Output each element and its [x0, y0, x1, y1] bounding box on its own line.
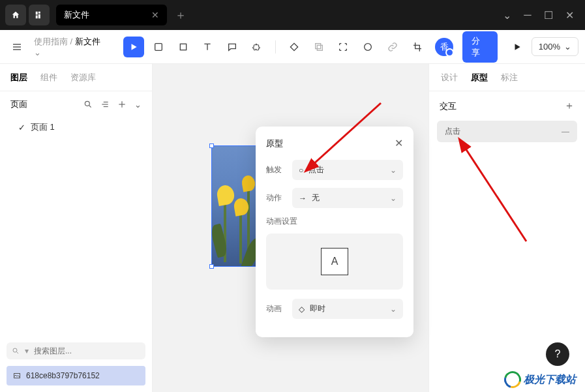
prototype-popup: 原型 ✕ 触发 ○ 点击 ⌄ 动作 → 无 ⌄ 动画设置 [256, 127, 413, 337]
page-item[interactable]: ✓ 页面 1 [0, 117, 152, 137]
pages-label: 页面 [10, 98, 27, 110]
chevron-down-icon: ⌄ [390, 166, 397, 175]
window-close-icon[interactable]: ✕ [559, 5, 580, 25]
svg-rect-10 [315, 43, 320, 48]
close-icon[interactable]: ✕ [151, 10, 159, 20]
selected-image[interactable] [211, 145, 258, 267]
circle-icon: ○ [299, 166, 303, 175]
annotation-arrow [455, 137, 533, 248]
check-icon: ✓ [18, 123, 25, 132]
text-icon[interactable] [198, 37, 218, 57]
action-select[interactable]: → 无 ⌄ [292, 188, 403, 208]
document-tab[interactable]: 新文件 ✕ [56, 5, 167, 25]
svg-rect-8 [180, 44, 186, 50]
anim-label: 动画 [266, 303, 286, 314]
left-tabs: 图层 组件 资源库 [0, 64, 152, 91]
diamond-icon: ◇ [299, 305, 305, 314]
square-icon[interactable] [173, 37, 194, 57]
chevron-down-icon: ⌄ [390, 194, 397, 203]
logo-icon [501, 368, 524, 391]
minimize-icon[interactable]: ─ [517, 5, 538, 25]
diamond-icon[interactable] [284, 37, 305, 57]
anim-preview-a: A [321, 248, 348, 275]
watermark: 极光下载站 [504, 371, 576, 388]
chat-icon[interactable] [222, 37, 243, 57]
chevron-down-icon: ⌄ [390, 305, 397, 314]
left-panel: 图层 组件 资源库 页面 ⌄ ✓ 页面 1 ▾ 618ce8b3797b7615… [0, 64, 153, 392]
interaction-item[interactable]: 点击 — [437, 121, 577, 142]
search-icon[interactable] [83, 100, 93, 110]
canvas[interactable]: 原型 ✕ 触发 ○ 点击 ⌄ 动作 → 无 ⌄ 动画设置 [153, 64, 428, 392]
preview-icon[interactable] [507, 37, 528, 57]
svg-point-12 [365, 43, 372, 50]
tab-design[interactable]: 设计 [441, 72, 458, 83]
close-icon[interactable]: ✕ [395, 137, 403, 149]
svg-line-24 [464, 147, 526, 241]
share-button[interactable]: 分享 [462, 31, 498, 63]
tab-components[interactable]: 组件 [40, 72, 57, 83]
play-icon[interactable] [123, 37, 144, 57]
interact-label: 交互 [440, 100, 457, 112]
svg-rect-0 [36, 12, 38, 15]
list-icon[interactable] [100, 100, 110, 110]
search-input[interactable] [34, 346, 140, 355]
action-label: 动作 [266, 192, 286, 204]
circle-icon[interactable] [357, 37, 378, 57]
rectangle-icon[interactable] [148, 37, 169, 57]
minus-icon[interactable]: — [562, 127, 569, 136]
svg-rect-9 [290, 43, 297, 50]
crumb-current: 新文件 [75, 37, 100, 46]
chevron-down-icon: ⌄ [564, 42, 571, 52]
plus-icon[interactable]: ＋ [564, 99, 575, 113]
chevron-down-icon[interactable]: ⌄ [134, 100, 142, 110]
trigger-select[interactable]: ○ 点击 ⌄ [292, 160, 403, 180]
tab-annotate[interactable]: 标注 [501, 72, 518, 83]
tab-assets[interactable]: 资源库 [70, 72, 96, 83]
popup-title: 原型 [266, 138, 283, 149]
anim-section-label: 动画设置 [266, 216, 403, 227]
breadcrumb[interactable]: 使用指南 / 新文件 ⌄ [34, 36, 110, 57]
trigger-label: 触发 [266, 164, 286, 175]
anim-select[interactable]: ◇ 即时 ⌄ [292, 299, 403, 319]
help-button[interactable]: ? [546, 342, 569, 366]
chevron-down-icon[interactable]: ⌄ [496, 5, 517, 25]
svg-rect-11 [317, 45, 322, 50]
tab-layers[interactable]: 图层 [10, 72, 27, 83]
titlebar: 新文件 ✕ ＋ ⌄ ─ ☐ ✕ [0, 0, 585, 30]
right-tabs: 设计 原型 标注 [429, 64, 585, 91]
toolbar: 使用指南 / 新文件 ⌄ 香 分享 100%⌄ [0, 30, 585, 64]
svg-rect-2 [36, 16, 38, 19]
plus-icon[interactable] [117, 100, 127, 110]
new-tab-button[interactable]: ＋ [175, 7, 187, 23]
zoom-dropdown[interactable]: 100%⌄ [532, 37, 578, 56]
puzzle-icon[interactable] [247, 37, 267, 57]
maximize-icon[interactable]: ☐ [538, 5, 559, 25]
grid-icon[interactable] [29, 5, 50, 25]
tab-title: 新文件 [64, 9, 89, 21]
corners-icon[interactable] [333, 37, 353, 57]
svg-point-20 [13, 348, 17, 352]
crumb-parent: 使用指南 [34, 37, 68, 46]
svg-line-14 [89, 105, 91, 107]
svg-rect-7 [155, 43, 162, 50]
menu-icon[interactable] [7, 37, 27, 57]
svg-rect-3 [38, 14, 40, 18]
avatar[interactable]: 香 [435, 38, 453, 56]
layer-item[interactable]: 618ce8b3797b76152 [7, 366, 145, 385]
home-icon[interactable] [5, 5, 26, 25]
copy-icon[interactable] [308, 37, 329, 57]
svg-rect-1 [38, 12, 40, 14]
anim-preview: A [266, 234, 403, 290]
svg-line-21 [17, 352, 19, 354]
layer-search[interactable]: ▾ [7, 342, 145, 359]
crop-icon[interactable] [407, 37, 428, 57]
tab-prototype[interactable]: 原型 [471, 72, 488, 83]
link-icon[interactable] [382, 37, 403, 57]
arrow-right-icon: → [299, 194, 307, 203]
svg-point-13 [85, 101, 89, 106]
